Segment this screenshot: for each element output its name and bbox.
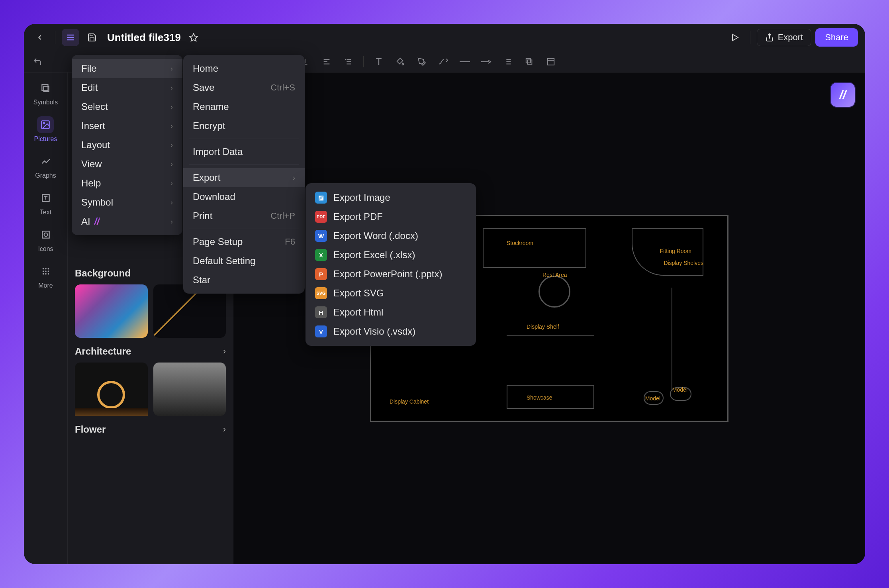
svg-point-34 [47,270,49,272]
svg-marker-4 [732,34,738,41]
chevron-right-icon: › [170,179,173,188]
menu-page-setup[interactable]: Page SetupF6 [183,232,305,251]
menu-save[interactable]: SaveCtrl+S [183,78,305,97]
floor-label: Showcase [527,394,552,401]
menu-edit[interactable]: Edit› [72,78,182,97]
hamburger-menu-button[interactable] [62,29,79,46]
graphs-icon [37,153,54,170]
word-file-icon: W [315,230,327,242]
svg-point-29 [42,268,44,270]
fill-icon[interactable] [394,55,407,68]
text-tool-icon[interactable]: T [372,55,385,68]
menu-layout[interactable]: Layout› [72,135,182,155]
background-thumb[interactable] [75,284,148,338]
arrow-style-icon[interactable] [480,55,493,68]
svg-rect-27 [42,231,49,238]
svg-point-33 [45,270,47,272]
layers-icon[interactable] [523,55,536,68]
svg-point-28 [44,233,47,237]
share-button[interactable]: Share [815,28,858,47]
connector-icon[interactable] [437,55,450,68]
svg-point-32 [42,270,44,272]
menu-ai[interactable]: AI//› [72,212,182,231]
save-icon[interactable] [83,29,101,46]
menu-default-setting[interactable]: Default Setting [183,251,305,270]
chevron-right-icon: › [170,122,173,130]
svg-rect-18 [527,60,532,64]
menu-download[interactable]: Download [183,187,305,206]
menu-export-visio[interactable]: VExport Visio (.vsdx) [305,322,476,341]
rail-item-icons[interactable]: Icons [37,226,54,253]
rail-label: Pictures [34,135,57,143]
chevron-right-icon: › [293,174,295,182]
menu-rename[interactable]: Rename [183,97,305,116]
svg-marker-3 [190,33,198,41]
panel-category-label: Flower [75,424,106,435]
shortcut-label: Ctrl+S [270,82,295,93]
html-file-icon: H [315,306,327,318]
menu-export-word[interactable]: WExport Word (.docx) [305,226,476,245]
menu-print[interactable]: PrintCtrl+P [183,206,305,225]
menu-export-html[interactable]: HExport Html [305,303,476,322]
rail-label: Graphs [35,172,56,179]
svg-point-25 [43,123,45,124]
floor-label: Stockroom [507,240,533,246]
line-spacing-icon[interactable] [342,55,354,68]
share-button-label: Share [825,32,848,42]
rail-label: More [38,282,53,289]
rail-label: Icons [38,245,53,253]
panel-category-architecture[interactable]: Architecture › [75,346,226,357]
pictures-icon [37,116,54,133]
more-icon [37,263,54,280]
menu-export-svg[interactable]: SVGExport SVG [305,284,476,303]
rail-item-symbols[interactable]: Symbols [33,80,58,106]
menu-export-pdf[interactable]: PDFExport PDF [305,207,476,226]
rail-item-text[interactable]: Text [37,190,54,216]
star-icon[interactable] [185,29,202,46]
menu-select[interactable]: Select› [72,97,182,116]
chevron-right-icon: › [170,218,173,226]
left-rail: Symbols Pictures Graphs Text Icons More [24,73,68,564]
pen-icon[interactable] [415,55,428,68]
list-icon[interactable] [501,55,514,68]
menu-insert[interactable]: Insert› [72,116,182,135]
menu-view[interactable]: View› [72,155,182,174]
rail-item-more[interactable]: More [37,263,54,289]
architecture-thumb[interactable] [75,363,148,416]
export-button[interactable]: Export [757,29,812,46]
panel-category-flower[interactable]: Flower › [75,424,226,435]
layout-icon[interactable] [544,55,557,68]
panel-category-label: Architecture [75,346,131,357]
menu-file[interactable]: File› [72,59,182,78]
svg-point-37 [47,273,49,275]
play-icon[interactable] [726,29,744,46]
menu-symbol[interactable]: Symbol› [72,193,182,212]
back-button[interactable] [31,29,49,46]
menu-export-image[interactable]: ▨Export Image [305,188,476,207]
export-icon [765,33,774,42]
menu-encrypt[interactable]: Encrypt [183,116,305,135]
menu-help[interactable]: Help› [72,174,182,193]
ai-assistant-badge[interactable]: // [831,83,855,107]
align-icon[interactable] [320,55,333,68]
symbols-icon [37,80,54,96]
export-button-label: Export [778,32,803,43]
undo-icon[interactable] [31,55,44,68]
text-icon [37,190,54,206]
file-name[interactable]: Untitled file319 [107,31,181,44]
architecture-thumb[interactable] [153,363,226,416]
icons-icon [37,226,54,243]
pdf-file-icon: PDF [315,211,327,223]
menu-export[interactable]: Export› [183,168,305,187]
menu-home[interactable]: Home [183,59,305,78]
rail-item-pictures[interactable]: Pictures [34,116,57,143]
excel-file-icon: X [315,249,327,261]
svg-point-36 [45,273,47,275]
menu-import-data[interactable]: Import Data [183,142,305,161]
menu-star[interactable]: Star [183,270,305,290]
menu-export-excel[interactable]: XExport Excel (.xlsx) [305,245,476,265]
menu-export-powerpoint[interactable]: PExport PowerPoint (.pptx) [305,265,476,284]
floor-label: Model [672,386,687,393]
line-style-icon[interactable] [458,55,471,68]
rail-item-graphs[interactable]: Graphs [35,153,56,179]
